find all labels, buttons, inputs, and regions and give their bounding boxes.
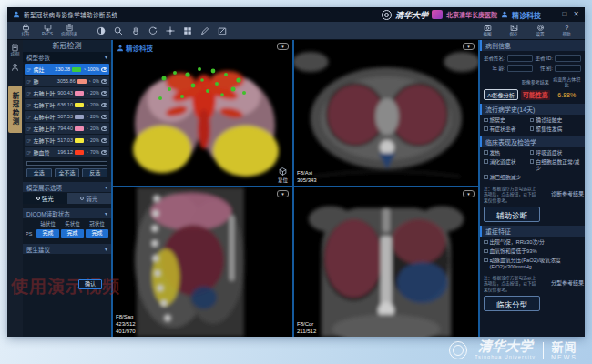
patient-id-input[interactable] (555, 55, 581, 62)
visibility-eye-icon[interactable] (101, 79, 107, 84)
checkbox-item[interactable]: 淋巴细胞减少 (484, 175, 528, 181)
checkbox-item[interactable]: 有症状患者 (484, 126, 528, 133)
sidebar-item-case[interactable]: 病例 (10, 44, 19, 57)
gender-input[interactable] (555, 65, 581, 72)
checkbox-item[interactable]: 确诊接触史 (530, 117, 581, 124)
color-swatch[interactable] (75, 126, 84, 131)
visibility-eye-icon[interactable] (101, 126, 107, 131)
visibility-eye-icon[interactable] (101, 115, 107, 119)
visibility-eye-icon[interactable] (101, 103, 107, 107)
segment-row[interactable]: 肺血管 196.12 70% (25, 147, 109, 157)
confirm-button[interactable]: 确认 (78, 279, 102, 289)
color-swatch[interactable] (75, 138, 84, 143)
checkbox[interactable] (530, 159, 535, 164)
measure-pencil-icon[interactable] (200, 26, 209, 35)
tab-covid-detection[interactable]: 新冠检测 (8, 86, 22, 133)
open-button[interactable]: 打开 (15, 24, 36, 37)
patient-name-input[interactable] (507, 55, 534, 62)
segment-row[interactable]: 左肺上叶 794.40 20% (25, 123, 109, 134)
coronal-ct-slice[interactable] (294, 187, 478, 337)
viewport-menu-button[interactable] (463, 43, 475, 50)
tab-weak-light[interactable]: 弱光 (67, 193, 112, 204)
checkbox[interactable] (530, 126, 535, 131)
segment-row[interactable]: 右肺中叶 507.53 20% (25, 111, 109, 122)
segment-row[interactable]: 右肺上叶 900.43 20% (25, 87, 109, 98)
color-swatch[interactable] (75, 150, 84, 155)
settings-button[interactable]: 设置 (529, 24, 551, 37)
checkbox-item[interactable]: 聚集性发病 (530, 126, 581, 133)
sidebar-item-patient[interactable] (11, 63, 19, 71)
doctor-advice-section[interactable]: 医生建议 (23, 244, 111, 254)
checkbox[interactable] (530, 150, 535, 155)
color-swatch[interactable] (72, 67, 81, 72)
contrast-icon[interactable] (97, 26, 106, 35)
checkbox[interactable] (484, 175, 488, 179)
left-panel-title: 新冠检测 (23, 40, 111, 52)
dicom-status-section[interactable]: DICOM读取状态 (23, 208, 111, 218)
visibility-eye-icon[interactable] (101, 150, 107, 155)
tab-strong-light[interactable]: 强光 (23, 193, 67, 204)
checkbox[interactable] (484, 159, 488, 164)
checkbox-item[interactable]: 呼吸道症状 (530, 150, 581, 157)
viewport-menu-button[interactable] (463, 190, 475, 197)
zoom-icon[interactable] (114, 26, 123, 35)
display-options-section[interactable]: 模型展示选项 (23, 182, 111, 192)
reset-view-control[interactable]: 复位 (278, 167, 288, 184)
viewport-3d[interactable]: 精诊科技 复位 (113, 40, 292, 186)
color-swatch[interactable] (75, 103, 84, 107)
screenshot-button[interactable]: 截图 (476, 24, 498, 37)
case-list-button[interactable]: 病例列表 (58, 24, 80, 37)
annotate-icon[interactable] (218, 26, 227, 35)
segment-row[interactable]: 右肺下叶 636.10 20% (25, 99, 109, 110)
model-params-dropdown[interactable]: 模型参数 (23, 52, 111, 62)
layout-grid-icon[interactable] (183, 26, 192, 35)
viewport-menu-button[interactable] (277, 43, 289, 50)
help-button[interactable]: ? 帮助 (556, 24, 577, 37)
viewport-axial[interactable]: F8/Axi 305/343 (294, 40, 478, 186)
checkbox[interactable] (530, 118, 535, 123)
checkbox[interactable] (484, 118, 488, 123)
select-none-button[interactable]: 全不选 (55, 168, 80, 177)
color-swatch[interactable] (75, 115, 84, 119)
segment-row[interactable]: 肺 3055.86 0% (25, 76, 109, 86)
checkbox[interactable] (484, 249, 488, 254)
checkbox-item[interactable]: 旅居史 (484, 117, 528, 124)
invert-selection-button[interactable]: 反选 (82, 168, 107, 177)
viewport-sagittal[interactable]: F8/Sag 423/512 401/970 (113, 187, 292, 337)
save-button[interactable]: 保存 (503, 24, 525, 37)
pan-hand-icon[interactable] (131, 26, 140, 35)
checkbox-item[interactable]: 消化道症状 (484, 159, 528, 172)
pacs-button[interactable]: PACS (36, 24, 58, 37)
clinical-classification-button[interactable]: 临床分型 (484, 296, 540, 311)
checkbox-item[interactable]: 动脉血氧分压(PaO2)/吸氧浓度(FiO2)≤300mmHg (484, 258, 581, 270)
checkbox[interactable] (484, 126, 488, 131)
viewport-coronal[interactable]: F8/Cor 211/512 (294, 187, 478, 337)
checkbox[interactable] (484, 240, 488, 245)
checkbox-item[interactable]: 出现气促，RR≥30次/分 (484, 239, 581, 246)
checkbox[interactable] (484, 150, 488, 155)
checkbox-item[interactable]: 血氧饱和度低于93% (484, 248, 581, 255)
visibility-eye-icon[interactable] (101, 91, 107, 96)
ai-analysis-button[interactable]: AI影像分析 (484, 89, 518, 100)
segment-row[interactable]: 左肺下叶 517.03 20% (25, 135, 109, 146)
crosshair-icon[interactable] (166, 26, 175, 35)
visibility-eye-icon[interactable] (101, 67, 107, 72)
axial-ct-slice[interactable] (294, 40, 478, 186)
checkbox-item[interactable]: 发热 (484, 150, 528, 157)
assist-diagnosis-button[interactable]: 辅助诊断 (484, 207, 540, 222)
sagittal-ct-slice[interactable] (113, 187, 292, 337)
visibility-eye-icon[interactable] (101, 138, 107, 143)
viewport-menu-button[interactable] (277, 190, 289, 197)
rotate-icon[interactable] (148, 26, 158, 35)
checkbox[interactable] (484, 258, 488, 263)
select-all-button[interactable]: 全选 (26, 168, 52, 177)
checkbox-item[interactable]: 白细胞总数正常/减少 (530, 159, 581, 172)
close-button[interactable]: ✕ (573, 11, 579, 18)
maximize-button[interactable]: □ (562, 11, 566, 18)
3d-lung-render[interactable] (113, 40, 292, 186)
color-swatch[interactable] (77, 79, 87, 84)
age-input[interactable] (507, 65, 534, 72)
segment-row[interactable]: 病灶 230.28 100% (25, 64, 109, 75)
color-swatch[interactable] (75, 91, 84, 96)
minimize-button[interactable]: – (552, 11, 556, 18)
